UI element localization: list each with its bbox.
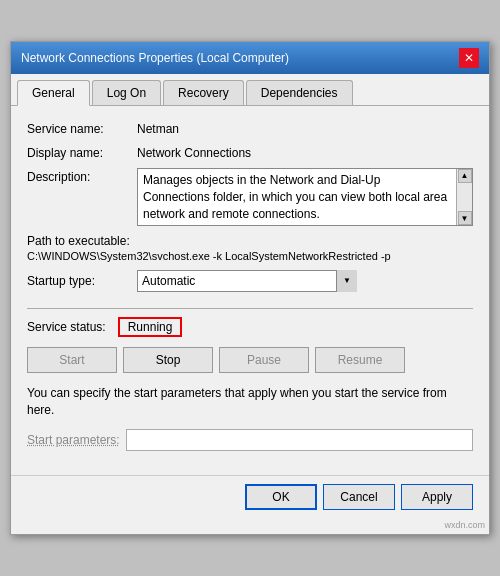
pause-button[interactable]: Pause xyxy=(219,347,309,373)
scroll-down-arrow[interactable]: ▼ xyxy=(458,211,472,225)
startup-select-wrapper[interactable]: Automatic Manual Disabled xyxy=(137,270,357,292)
startup-select[interactable]: Automatic Manual Disabled xyxy=(137,270,357,292)
status-row: Service status: Running xyxy=(27,317,473,337)
tab-recovery[interactable]: Recovery xyxy=(163,80,244,105)
service-control-buttons: Start Stop Pause Resume xyxy=(27,347,473,373)
service-name-row: Service name: Netman xyxy=(27,120,473,136)
params-input[interactable] xyxy=(126,429,473,451)
service-name-value: Netman xyxy=(137,120,179,136)
display-name-value: Network Connections xyxy=(137,144,251,160)
scroll-up-arrow[interactable]: ▲ xyxy=(458,169,472,183)
tab-bar: General Log On Recovery Dependencies xyxy=(11,74,489,106)
description-row: Description: Manages objects in the Netw… xyxy=(27,168,473,226)
stop-button[interactable]: Stop xyxy=(123,347,213,373)
params-label: Start parameters: xyxy=(27,433,120,447)
info-text: You can specify the start parameters tha… xyxy=(27,385,473,419)
title-bar: Network Connections Properties (Local Co… xyxy=(11,42,489,74)
tab-dependencies[interactable]: Dependencies xyxy=(246,80,353,105)
description-scrollbar[interactable]: ▲ ▼ xyxy=(456,169,472,225)
params-row: Start parameters: xyxy=(27,429,473,451)
service-name-label: Service name: xyxy=(27,120,137,136)
tab-general[interactable]: General xyxy=(17,80,90,106)
watermark: wxdn.com xyxy=(11,520,489,534)
display-name-label: Display name: xyxy=(27,144,137,160)
description-text: Manages objects in the Network and Dial-… xyxy=(143,172,467,222)
startup-label: Startup type: xyxy=(27,274,137,288)
service-status-badge: Running xyxy=(118,317,183,337)
path-label: Path to executable: xyxy=(27,234,473,248)
footer: OK Cancel Apply xyxy=(11,475,489,520)
service-status-label: Service status: xyxy=(27,320,106,334)
tab-logon[interactable]: Log On xyxy=(92,80,161,105)
startup-row: Startup type: Automatic Manual Disabled xyxy=(27,270,473,292)
tab-content: Service name: Netman Display name: Netwo… xyxy=(11,106,489,475)
cancel-button[interactable]: Cancel xyxy=(323,484,395,510)
description-label: Description: xyxy=(27,168,137,184)
path-value: C:\WINDOWS\System32\svchost.exe -k Local… xyxy=(27,250,473,262)
window-title: Network Connections Properties (Local Co… xyxy=(21,51,289,65)
close-button[interactable]: ✕ xyxy=(459,48,479,68)
start-button[interactable]: Start xyxy=(27,347,117,373)
display-name-row: Display name: Network Connections xyxy=(27,144,473,160)
path-section: Path to executable: C:\WINDOWS\System32\… xyxy=(27,234,473,262)
apply-button[interactable]: Apply xyxy=(401,484,473,510)
divider xyxy=(27,308,473,309)
resume-button[interactable]: Resume xyxy=(315,347,405,373)
ok-button[interactable]: OK xyxy=(245,484,317,510)
properties-window: Network Connections Properties (Local Co… xyxy=(10,41,490,535)
description-box: Manages objects in the Network and Dial-… xyxy=(137,168,473,226)
